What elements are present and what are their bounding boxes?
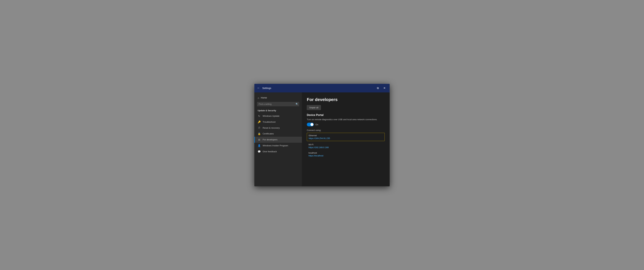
sidebar-item-certificates[interactable]: 🔒 Certificates xyxy=(254,131,302,137)
sidebar-item-for-developers[interactable]: ⊞ For developers xyxy=(254,137,302,143)
back-button[interactable]: ← xyxy=(257,86,260,90)
device-portal-toggle[interactable] xyxy=(307,123,314,126)
for-developers-label: For developers xyxy=(262,139,278,141)
unpair-all-button[interactable]: Unpair all xyxy=(307,105,321,110)
connection-ethernet: Ethernet https://169.254.91.235 xyxy=(307,133,385,141)
toggle-knob xyxy=(310,123,314,126)
certificates-label: Certificates xyxy=(262,132,274,135)
search-box: 🔍 xyxy=(257,102,299,106)
sidebar-item-windows-insider[interactable]: 👤 Windows Insider Program xyxy=(254,143,302,149)
ethernet-name: Ethernet xyxy=(309,134,383,137)
reset-recovery-label: Reset & recovery xyxy=(262,127,280,129)
sidebar-home[interactable]: ⌂ Home xyxy=(254,95,302,100)
wifi-url[interactable]: https://192.168.0.168 xyxy=(308,146,383,149)
windows-insider-icon: 👤 xyxy=(258,144,261,147)
toggle-label: On xyxy=(316,123,318,126)
toggle-row: On xyxy=(307,123,385,126)
device-portal-desc: Turn on remote diagnostics over USB and … xyxy=(307,118,385,121)
content-area: ⌂ Home 🔍 Update & Security ↻ Windows Upd… xyxy=(254,92,390,186)
give-feedback-label: Give feedback xyxy=(262,150,277,153)
windows-update-icon: ↻ xyxy=(258,114,261,117)
troubleshoot-icon: 🔑 xyxy=(258,120,261,123)
search-input[interactable] xyxy=(257,102,299,106)
sidebar-item-windows-update[interactable]: ↻ Windows Update xyxy=(254,113,302,119)
titlebar: ← Settings ⧉ ✕ xyxy=(254,84,390,92)
sidebar-section-title: Update & Security xyxy=(254,109,302,113)
localhost-name: localhost xyxy=(308,152,383,154)
connection-localhost: localhost https://localhost xyxy=(307,150,385,158)
wifi-name: Wi-Fi xyxy=(308,143,383,146)
windows-update-label: Windows Update xyxy=(262,115,280,117)
connect-label: Connect using: xyxy=(307,129,385,131)
windows-insider-label: Windows Insider Program xyxy=(262,144,288,147)
reset-recovery-icon: ⏱ xyxy=(258,126,261,129)
connection-wifi: Wi-Fi https://192.168.0.168 xyxy=(307,142,385,150)
troubleshoot-label: Troubleshoot xyxy=(262,121,276,123)
main-panel: For developers Unpair all Device Portal … xyxy=(302,92,390,186)
settings-window: ← Settings ⧉ ✕ ⌂ Home 🔍 Update & Securit… xyxy=(254,84,390,186)
close-button[interactable]: ✕ xyxy=(382,85,387,91)
certificates-icon: 🔒 xyxy=(258,132,261,135)
device-portal-title: Device Portal xyxy=(307,114,385,116)
search-icon[interactable]: 🔍 xyxy=(296,103,298,105)
page-title: For developers xyxy=(307,97,385,102)
sidebar-item-troubleshoot[interactable]: 🔑 Troubleshoot xyxy=(254,119,302,125)
ethernet-url[interactable]: https://169.254.91.235 xyxy=(309,137,383,140)
home-label: Home xyxy=(261,96,267,99)
home-icon: ⌂ xyxy=(258,96,259,99)
window-title: Settings xyxy=(262,87,375,89)
sidebar-item-reset-recovery[interactable]: ⏱ Reset & recovery xyxy=(254,125,302,131)
for-developers-icon: ⊞ xyxy=(258,138,261,141)
give-feedback-icon: 💬 xyxy=(258,150,261,153)
restore-button[interactable]: ⧉ xyxy=(375,85,380,91)
titlebar-icons: ⧉ ✕ xyxy=(375,85,387,91)
sidebar: ⌂ Home 🔍 Update & Security ↻ Windows Upd… xyxy=(254,92,302,186)
sidebar-item-give-feedback[interactable]: 💬 Give feedback xyxy=(254,149,302,155)
localhost-url[interactable]: https://localhost xyxy=(308,155,383,157)
